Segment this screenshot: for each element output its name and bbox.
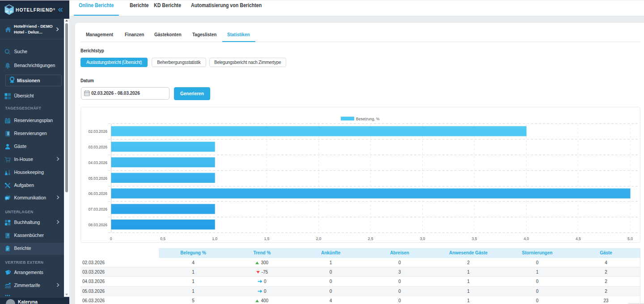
svg-text:3,0: 3,0 xyxy=(420,236,425,241)
svg-text:H: H xyxy=(6,9,8,13)
svg-text:4,5: 4,5 xyxy=(576,236,581,241)
svg-text:Besetzung, %: Besetzung, % xyxy=(356,117,380,121)
svg-text:4,0: 4,0 xyxy=(524,236,529,241)
svg-text:02.03.2026: 02.03.2026 xyxy=(88,129,107,134)
svg-text:2,0: 2,0 xyxy=(316,236,321,241)
svg-text:5,0: 5,0 xyxy=(627,236,633,241)
svg-text:3,5: 3,5 xyxy=(472,236,477,241)
svg-text:1,5: 1,5 xyxy=(264,236,269,241)
svg-text:06.03.2026: 06.03.2026 xyxy=(88,191,107,196)
svg-text:04.03.2026: 04.03.2026 xyxy=(88,160,107,165)
svg-text:08.03.2026: 08.03.2026 xyxy=(88,223,107,227)
svg-text:03.03.2026: 03.03.2026 xyxy=(88,145,107,149)
svg-text:0: 0 xyxy=(110,236,112,241)
svg-text:0,5: 0,5 xyxy=(160,236,165,241)
svg-text:2,5: 2,5 xyxy=(368,236,373,241)
svg-text:05.03.2026: 05.03.2026 xyxy=(88,176,107,181)
svg-text:07.03.2026: 07.03.2026 xyxy=(88,207,107,211)
svg-text:1,0: 1,0 xyxy=(212,236,217,241)
svg-text:F: F xyxy=(10,10,13,14)
